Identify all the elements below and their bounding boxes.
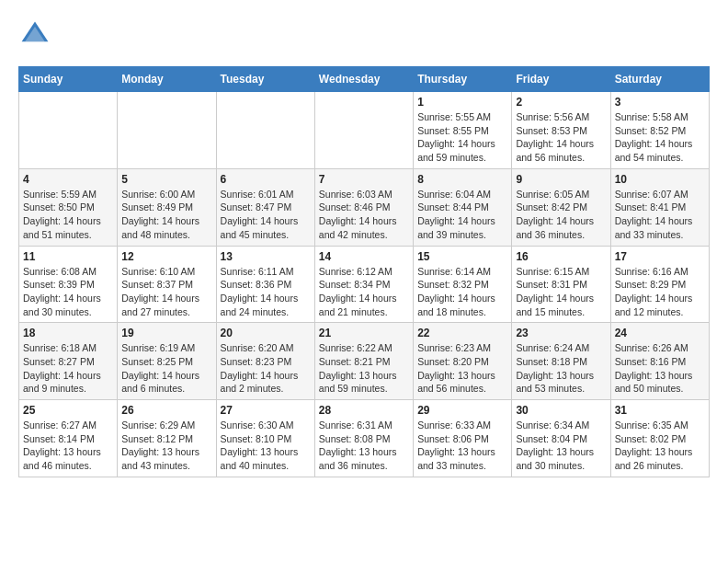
day-number: 7 bbox=[319, 173, 409, 186]
day-number: 23 bbox=[516, 327, 606, 339]
calendar-cell: 24Sunrise: 6:26 AM Sunset: 8:16 PM Dayli… bbox=[610, 323, 709, 400]
calendar-cell: 16Sunrise: 6:15 AM Sunset: 8:31 PM Dayli… bbox=[512, 246, 610, 323]
day-info: Sunrise: 5:55 AM Sunset: 8:55 PM Dayligh… bbox=[417, 110, 507, 165]
day-info: Sunrise: 6:15 AM Sunset: 8:31 PM Dayligh… bbox=[516, 265, 606, 319]
calendar-cell bbox=[19, 92, 118, 169]
calendar-week-row: 11Sunrise: 6:08 AM Sunset: 8:39 PM Dayli… bbox=[19, 246, 710, 323]
day-info: Sunrise: 6:08 AM Sunset: 8:39 PM Dayligh… bbox=[23, 265, 113, 319]
day-number: 20 bbox=[221, 327, 311, 339]
day-header-sunday: Sunday bbox=[19, 67, 118, 92]
day-info: Sunrise: 6:24 AM Sunset: 8:18 PM Dayligh… bbox=[516, 341, 606, 396]
day-number: 30 bbox=[516, 404, 606, 417]
calendar-table: SundayMondayTuesdayWednesdayThursdayFrid… bbox=[18, 66, 710, 477]
day-info: Sunrise: 6:20 AM Sunset: 8:23 PM Dayligh… bbox=[221, 341, 311, 396]
day-info: Sunrise: 6:31 AM Sunset: 8:08 PM Dayligh… bbox=[319, 419, 409, 473]
day-info: Sunrise: 6:04 AM Sunset: 8:44 PM Dayligh… bbox=[417, 188, 507, 242]
day-info: Sunrise: 6:16 AM Sunset: 8:29 PM Dayligh… bbox=[615, 265, 705, 319]
calendar-cell: 9Sunrise: 6:05 AM Sunset: 8:42 PM Daylig… bbox=[512, 168, 610, 246]
day-info: Sunrise: 6:03 AM Sunset: 8:46 PM Dayligh… bbox=[319, 188, 409, 242]
page-header bbox=[18, 18, 710, 52]
calendar-cell: 15Sunrise: 6:14 AM Sunset: 8:32 PM Dayli… bbox=[414, 246, 512, 323]
day-info: Sunrise: 6:30 AM Sunset: 8:10 PM Dayligh… bbox=[221, 419, 311, 473]
calendar-cell: 4Sunrise: 5:59 AM Sunset: 8:50 PM Daylig… bbox=[19, 168, 118, 246]
day-number: 10 bbox=[615, 173, 705, 186]
day-info: Sunrise: 6:26 AM Sunset: 8:16 PM Dayligh… bbox=[615, 341, 705, 396]
day-number: 9 bbox=[516, 173, 606, 186]
day-info: Sunrise: 6:14 AM Sunset: 8:32 PM Dayligh… bbox=[417, 265, 507, 319]
day-header-wednesday: Wednesday bbox=[314, 67, 413, 92]
calendar-cell: 20Sunrise: 6:20 AM Sunset: 8:23 PM Dayli… bbox=[216, 323, 314, 400]
calendar-cell bbox=[118, 92, 216, 169]
day-number: 3 bbox=[615, 96, 705, 109]
calendar-cell: 13Sunrise: 6:11 AM Sunset: 8:36 PM Dayli… bbox=[216, 246, 314, 323]
calendar-cell: 17Sunrise: 6:16 AM Sunset: 8:29 PM Dayli… bbox=[610, 246, 709, 323]
day-info: Sunrise: 6:11 AM Sunset: 8:36 PM Dayligh… bbox=[221, 265, 311, 319]
day-info: Sunrise: 5:59 AM Sunset: 8:50 PM Dayligh… bbox=[23, 188, 113, 242]
day-header-thursday: Thursday bbox=[414, 67, 512, 92]
day-number: 25 bbox=[23, 404, 113, 417]
day-info: Sunrise: 6:19 AM Sunset: 8:25 PM Dayligh… bbox=[121, 341, 211, 396]
day-info: Sunrise: 6:18 AM Sunset: 8:27 PM Dayligh… bbox=[23, 341, 113, 396]
day-number: 6 bbox=[221, 173, 311, 186]
day-number: 16 bbox=[516, 250, 606, 263]
day-number: 15 bbox=[417, 250, 507, 263]
day-info: Sunrise: 6:01 AM Sunset: 8:47 PM Dayligh… bbox=[221, 188, 311, 242]
day-number: 13 bbox=[221, 250, 311, 263]
day-info: Sunrise: 6:10 AM Sunset: 8:37 PM Dayligh… bbox=[121, 265, 211, 319]
day-number: 28 bbox=[319, 404, 409, 417]
day-header-monday: Monday bbox=[118, 67, 216, 92]
day-info: Sunrise: 6:34 AM Sunset: 8:04 PM Dayligh… bbox=[516, 419, 606, 473]
day-info: Sunrise: 6:05 AM Sunset: 8:42 PM Dayligh… bbox=[516, 188, 606, 242]
day-info: Sunrise: 6:23 AM Sunset: 8:20 PM Dayligh… bbox=[417, 341, 507, 396]
day-info: Sunrise: 6:33 AM Sunset: 8:06 PM Dayligh… bbox=[417, 419, 507, 473]
calendar-week-row: 1Sunrise: 5:55 AM Sunset: 8:55 PM Daylig… bbox=[19, 92, 710, 169]
calendar-cell: 22Sunrise: 6:23 AM Sunset: 8:20 PM Dayli… bbox=[414, 323, 512, 400]
calendar-cell: 1Sunrise: 5:55 AM Sunset: 8:55 PM Daylig… bbox=[414, 92, 512, 169]
day-number: 5 bbox=[121, 173, 211, 186]
calendar-header-row: SundayMondayTuesdayWednesdayThursdayFrid… bbox=[19, 67, 710, 92]
calendar-cell: 6Sunrise: 6:01 AM Sunset: 8:47 PM Daylig… bbox=[216, 168, 314, 246]
day-info: Sunrise: 5:58 AM Sunset: 8:52 PM Dayligh… bbox=[615, 110, 705, 165]
day-number: 26 bbox=[121, 404, 211, 417]
calendar-cell: 7Sunrise: 6:03 AM Sunset: 8:46 PM Daylig… bbox=[314, 168, 413, 246]
day-number: 21 bbox=[319, 327, 409, 339]
day-number: 18 bbox=[23, 327, 113, 339]
calendar-cell: 19Sunrise: 6:19 AM Sunset: 8:25 PM Dayli… bbox=[118, 323, 216, 400]
calendar-cell: 29Sunrise: 6:33 AM Sunset: 8:06 PM Dayli… bbox=[414, 400, 512, 477]
calendar-cell: 25Sunrise: 6:27 AM Sunset: 8:14 PM Dayli… bbox=[19, 400, 118, 477]
day-number: 14 bbox=[319, 250, 409, 263]
calendar-cell: 31Sunrise: 6:35 AM Sunset: 8:02 PM Dayli… bbox=[610, 400, 709, 477]
calendar-cell: 2Sunrise: 5:56 AM Sunset: 8:53 PM Daylig… bbox=[512, 92, 610, 169]
calendar-week-row: 25Sunrise: 6:27 AM Sunset: 8:14 PM Dayli… bbox=[19, 400, 710, 477]
day-info: Sunrise: 6:07 AM Sunset: 8:41 PM Dayligh… bbox=[615, 188, 705, 242]
calendar-cell: 18Sunrise: 6:18 AM Sunset: 8:27 PM Dayli… bbox=[19, 323, 118, 400]
day-info: Sunrise: 5:56 AM Sunset: 8:53 PM Dayligh… bbox=[516, 110, 606, 165]
calendar-cell: 3Sunrise: 5:58 AM Sunset: 8:52 PM Daylig… bbox=[610, 92, 709, 169]
calendar-cell: 30Sunrise: 6:34 AM Sunset: 8:04 PM Dayli… bbox=[512, 400, 610, 477]
day-number: 11 bbox=[23, 250, 113, 263]
day-header-tuesday: Tuesday bbox=[216, 67, 314, 92]
day-number: 1 bbox=[417, 96, 507, 109]
calendar-cell bbox=[216, 92, 314, 169]
calendar-cell: 14Sunrise: 6:12 AM Sunset: 8:34 PM Dayli… bbox=[314, 246, 413, 323]
calendar-cell: 21Sunrise: 6:22 AM Sunset: 8:21 PM Dayli… bbox=[314, 323, 413, 400]
calendar-cell: 23Sunrise: 6:24 AM Sunset: 8:18 PM Dayli… bbox=[512, 323, 610, 400]
day-number: 17 bbox=[615, 250, 705, 263]
day-number: 22 bbox=[417, 327, 507, 339]
calendar-cell: 12Sunrise: 6:10 AM Sunset: 8:37 PM Dayli… bbox=[118, 246, 216, 323]
day-info: Sunrise: 6:29 AM Sunset: 8:12 PM Dayligh… bbox=[121, 419, 211, 473]
day-number: 8 bbox=[417, 173, 507, 186]
day-number: 2 bbox=[516, 96, 606, 109]
calendar-cell: 8Sunrise: 6:04 AM Sunset: 8:44 PM Daylig… bbox=[414, 168, 512, 246]
calendar-cell: 28Sunrise: 6:31 AM Sunset: 8:08 PM Dayli… bbox=[314, 400, 413, 477]
calendar-cell: 26Sunrise: 6:29 AM Sunset: 8:12 PM Dayli… bbox=[118, 400, 216, 477]
calendar-cell bbox=[314, 92, 413, 169]
calendar-week-row: 18Sunrise: 6:18 AM Sunset: 8:27 PM Dayli… bbox=[19, 323, 710, 400]
day-number: 24 bbox=[615, 327, 705, 339]
day-info: Sunrise: 6:35 AM Sunset: 8:02 PM Dayligh… bbox=[615, 419, 705, 473]
day-header-saturday: Saturday bbox=[610, 67, 709, 92]
day-header-friday: Friday bbox=[512, 67, 610, 92]
calendar-week-row: 4Sunrise: 5:59 AM Sunset: 8:50 PM Daylig… bbox=[19, 168, 710, 246]
calendar-cell: 27Sunrise: 6:30 AM Sunset: 8:10 PM Dayli… bbox=[216, 400, 314, 477]
logo bbox=[18, 18, 57, 52]
